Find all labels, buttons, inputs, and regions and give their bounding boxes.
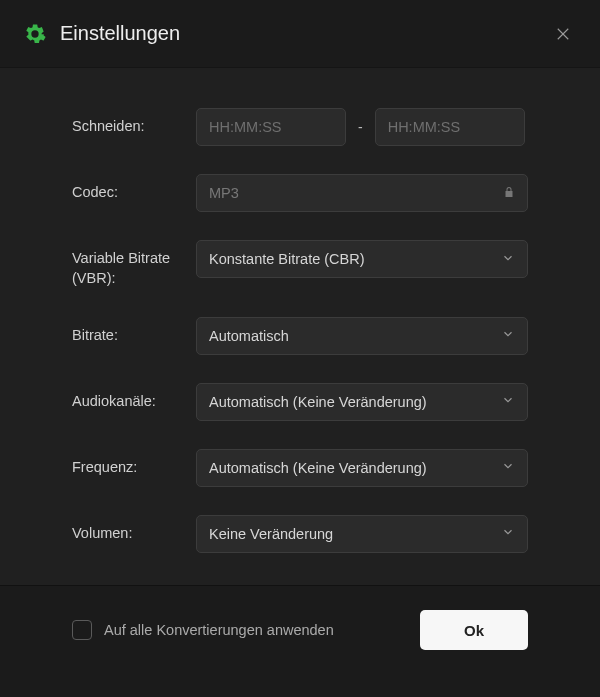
row-codec: Codec: MP3 (72, 174, 528, 212)
label-codec: Codec: (72, 174, 196, 202)
lock-icon (503, 185, 515, 201)
apply-all-label: Auf alle Konvertierungen anwenden (104, 622, 408, 638)
trim-from-input[interactable] (196, 108, 346, 146)
label-frequency: Frequenz: (72, 449, 196, 477)
bitrate-select[interactable]: Automatisch (196, 317, 528, 355)
codec-value: MP3 (209, 185, 239, 201)
frequency-select[interactable]: Automatisch (Keine Veränderung) (196, 449, 528, 487)
trim-to-input[interactable] (375, 108, 525, 146)
codec-field: MP3 (196, 174, 528, 212)
chevron-down-icon (501, 525, 515, 542)
row-trim: Schneiden: - (72, 108, 528, 146)
volume-value: Keine Veränderung (209, 526, 333, 542)
close-button[interactable] (546, 17, 580, 51)
chevron-down-icon (501, 459, 515, 476)
trim-separator: - (358, 119, 363, 135)
volume-select[interactable]: Keine Veränderung (196, 515, 528, 553)
apply-all-checkbox[interactable] (72, 620, 92, 640)
vbr-select[interactable]: Konstante Bitrate (CBR) (196, 240, 528, 278)
dialog-header: Einstellungen (0, 0, 600, 68)
bitrate-value: Automatisch (209, 328, 289, 344)
row-volume: Volumen: Keine Veränderung (72, 515, 528, 553)
label-vbr: Variable Bitrate (VBR): (72, 240, 196, 289)
channels-select[interactable]: Automatisch (Keine Veränderung) (196, 383, 528, 421)
channels-value: Automatisch (Keine Veränderung) (209, 394, 427, 410)
gear-icon (24, 23, 46, 45)
label-volume: Volumen: (72, 515, 196, 543)
chevron-down-icon (501, 327, 515, 344)
row-vbr: Variable Bitrate (VBR): Konstante Bitrat… (72, 240, 528, 289)
chevron-down-icon (501, 251, 515, 268)
ok-button[interactable]: Ok (420, 610, 528, 650)
vbr-value: Konstante Bitrate (CBR) (209, 251, 365, 267)
frequency-value: Automatisch (Keine Veränderung) (209, 460, 427, 476)
row-bitrate: Bitrate: Automatisch (72, 317, 528, 355)
dialog-title: Einstellungen (60, 22, 546, 45)
row-channels: Audiokanäle: Automatisch (Keine Veränder… (72, 383, 528, 421)
chevron-down-icon (501, 393, 515, 410)
row-frequency: Frequenz: Automatisch (Keine Veränderung… (72, 449, 528, 487)
dialog-body: Schneiden: - Codec: MP3 Variable Bitrate… (0, 68, 600, 585)
label-channels: Audiokanäle: (72, 383, 196, 411)
label-bitrate: Bitrate: (72, 317, 196, 345)
dialog-footer: Auf alle Konvertierungen anwenden Ok (0, 585, 600, 675)
label-trim: Schneiden: (72, 108, 196, 136)
